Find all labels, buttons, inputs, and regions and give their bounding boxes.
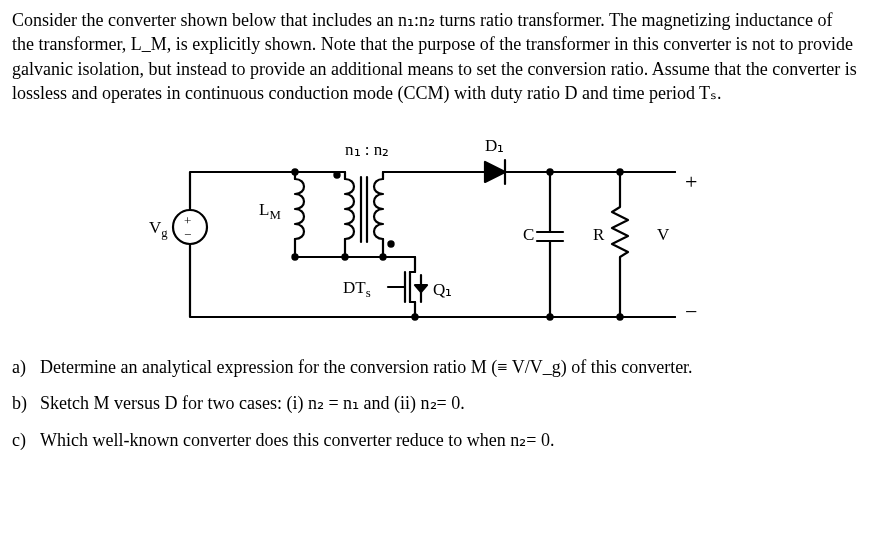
question-a: a) Determine an analytical expression fo… (12, 355, 858, 379)
question-label: a) (12, 355, 40, 379)
question-label: c) (12, 428, 40, 452)
question-text: Which well-known converter does this con… (40, 428, 858, 452)
svg-point-17 (547, 170, 552, 175)
label-dts: DTs (343, 277, 371, 303)
svg-point-20 (617, 315, 622, 320)
label-vg: Vg (149, 217, 168, 243)
svg-point-19 (617, 170, 622, 175)
svg-point-4 (388, 242, 393, 247)
svg-point-18 (547, 315, 552, 320)
svg-point-14 (342, 255, 347, 260)
svg-point-13 (292, 255, 297, 260)
label-lm: LM (259, 199, 281, 225)
svg-point-15 (380, 255, 385, 260)
label-v: V (657, 224, 669, 247)
svg-point-3 (334, 173, 339, 178)
question-text: Determine an analytical expression for t… (40, 355, 858, 379)
label-minus: − (685, 297, 697, 327)
svg-point-12 (292, 170, 297, 175)
label-src-minus: − (184, 226, 191, 244)
circuit-figure: n₁ : n₂ D₁ LM Vg + − DTs Q₁ C R V + − (12, 117, 858, 337)
label-c: C (523, 224, 534, 247)
label-q1: Q₁ (433, 279, 452, 302)
problem-statement: Consider the converter shown below that … (12, 8, 858, 105)
circuit-svg (145, 117, 725, 337)
label-plus: + (685, 167, 697, 197)
question-text: Sketch M versus D for two cases: (i) n₂ … (40, 391, 858, 415)
questions-list: a) Determine an analytical expression fo… (12, 355, 858, 452)
question-c: c) Which well-known converter does this … (12, 428, 858, 452)
question-b: b) Sketch M versus D for two cases: (i) … (12, 391, 858, 415)
svg-point-16 (412, 315, 417, 320)
label-d1: D₁ (485, 135, 504, 158)
label-turns-ratio: n₁ : n₂ (345, 139, 389, 162)
label-r: R (593, 224, 604, 247)
question-label: b) (12, 391, 40, 415)
